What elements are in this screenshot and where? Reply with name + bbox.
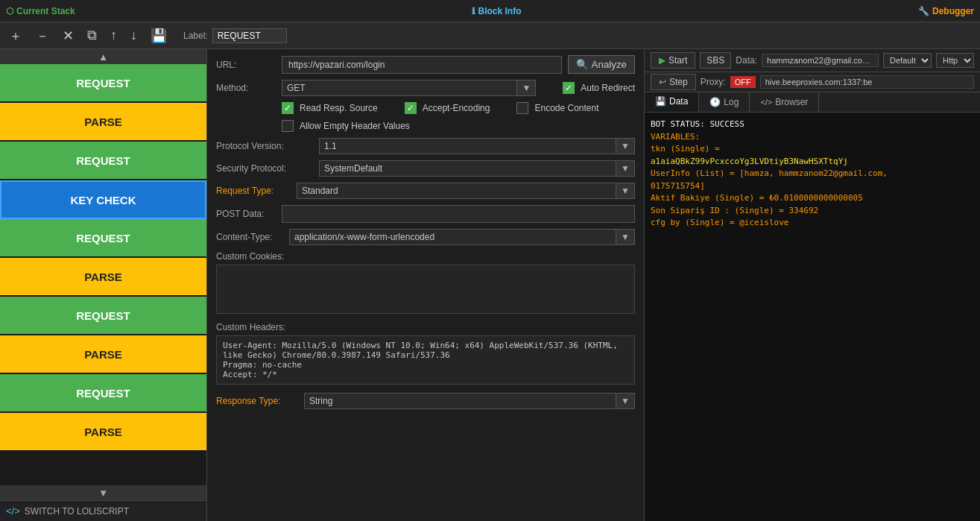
log-tab-icon: 🕐	[709, 97, 721, 107]
step-label: Step	[669, 77, 688, 87]
custom-cookies-textarea[interactable]	[216, 265, 635, 314]
sidebar-item-request-3[interactable]: REQUEST	[0, 219, 206, 258]
step-icon: ↩	[659, 77, 666, 87]
analyze-button[interactable]: 🔍 Analyze	[568, 55, 635, 74]
debugger-text: Debugger	[932, 6, 974, 16]
tab-log[interactable]: 🕐 Log	[699, 92, 750, 112]
post-data-input[interactable]	[282, 205, 635, 223]
method-select-wrapper: GET POST PUT DELETE ▼	[282, 80, 536, 96]
url-input[interactable]	[282, 56, 562, 74]
auto-redirect-checkbox[interactable]: ✓	[563, 82, 575, 94]
sbs-button[interactable]: SBS	[700, 52, 731, 69]
content-type-select-wrapper: application/x-www-form-urlencoded applic…	[289, 229, 635, 245]
accept-encoding-label: Accept-Encoding	[423, 103, 490, 113]
response-type-select[interactable]: String JSON	[304, 393, 616, 409]
debugger-label: 🔧 Debugger	[918, 6, 974, 16]
sidebar-item-parse-1[interactable]: PARSE	[0, 103, 206, 142]
top-bar: ⬡ Current Stack ℹ Block Info 🔧 Debugger	[0, 0, 980, 22]
read-resp-checkbox[interactable]: ✓	[282, 102, 294, 114]
switch-to-loliscript[interactable]: </> SWITCH TO LOLISCRIPT	[0, 500, 206, 521]
browser-tab-icon: </>	[760, 98, 772, 107]
proxy-value: hive.beeproxies.com:1337:be	[760, 75, 974, 89]
proxy-toggle-button[interactable]: OFF	[730, 76, 756, 88]
custom-cookies-label: Custom Cookies:	[216, 251, 635, 262]
label-input[interactable]	[212, 28, 287, 43]
protocol-version-row: Protocol Version: 1.1 2.0 ▼	[216, 138, 635, 154]
custom-headers-textarea[interactable]: User-Agent: Mozilla/5.0 (Windows NT 10.0…	[216, 335, 635, 385]
sidebar-item-request-5[interactable]: REQUEST	[0, 374, 206, 413]
custom-headers-section: Custom Headers: User-Agent: Mozilla/5.0 …	[216, 322, 635, 387]
sidebar-item-request-2[interactable]: REQUEST	[0, 142, 206, 180]
scroll-down-btn[interactable]: ▼	[0, 485, 206, 500]
remove-button[interactable]: －	[33, 25, 52, 46]
debugger-icon: 🔧	[918, 6, 929, 16]
sidebar-item-parse-3[interactable]: PARSE	[0, 335, 206, 374]
method-row: Method: GET POST PUT DELETE ▼ ✓ Auto Red…	[216, 80, 635, 96]
request-type-select[interactable]: Standard Basic	[297, 183, 616, 199]
add-button[interactable]: ＋	[6, 25, 25, 46]
loliscript-icon: </>	[6, 505, 20, 517]
http-select[interactable]: Http	[936, 53, 974, 68]
sidebar: ▲ REQUEST PARSE REQUEST KEY CHECK REQUES…	[0, 49, 207, 521]
label-group: Label:	[183, 28, 287, 43]
start-button[interactable]: ▶ Start	[651, 52, 695, 69]
post-data-label: POST Data:	[216, 209, 276, 219]
sidebar-item-request-1[interactable]: REQUEST	[0, 64, 206, 103]
main-layout: ▲ REQUEST PARSE REQUEST KEY CHECK REQUES…	[0, 49, 980, 521]
data-tab-icon: 💾	[655, 96, 666, 107]
sbs-label: SBS	[706, 55, 724, 66]
post-data-row: POST Data:	[216, 205, 635, 223]
accept-encoding-checkbox[interactable]: ✓	[405, 102, 417, 114]
brand-icon: ⬡	[6, 6, 13, 16]
custom-cookies-section: Custom Cookies:	[216, 251, 635, 316]
checkboxes-row-1: ✓ Read Resp. Source ✓ Accept-Encoding En…	[216, 102, 635, 114]
request-type-row: Request Type: Standard Basic ▼	[216, 183, 635, 199]
tab-data[interactable]: 💾 Data	[645, 92, 699, 112]
allow-empty-checkbox[interactable]	[282, 120, 294, 132]
sidebar-item-request-4[interactable]: REQUEST	[0, 297, 206, 335]
log-line-3: a1aiaQBkZ99vPcxccoYg3LVDtiyB3NawHSXTtqYj	[651, 156, 974, 168]
center-panel: URL: 🔍 Analyze Method: GET POST PUT DELE…	[207, 49, 645, 521]
tab-browser[interactable]: </> Browser	[750, 92, 819, 112]
response-type-select-wrapper: String JSON ▼	[304, 393, 635, 409]
log-line-1: VARIABLES:	[651, 131, 974, 144]
scroll-up-btn[interactable]: ▲	[0, 49, 206, 64]
analyze-icon: 🔍	[576, 59, 589, 70]
sidebar-item-parse-4[interactable]: PARSE	[0, 413, 206, 452]
brand-label: Current Stack	[16, 6, 75, 16]
response-type-row: Response Type: String JSON ▼	[216, 393, 635, 409]
copy-button[interactable]: ⧉	[84, 26, 100, 45]
request-type-select-wrapper: Standard Basic ▼	[297, 183, 635, 199]
step-proxy-row: ↩ Step Proxy: OFF hive.beeproxies.com:13…	[645, 72, 980, 92]
browser-tab-label: Browser	[775, 97, 808, 107]
protocol-version-select[interactable]: 1.1 2.0	[319, 138, 616, 154]
default-select[interactable]: Default	[883, 53, 932, 68]
encode-content-label: Encode Content	[534, 103, 598, 113]
block-info: ℹ Block Info	[81, 6, 912, 16]
up-button[interactable]: ↑	[107, 26, 120, 45]
toolbar: ＋ － ✕ ⧉ ↑ ↓ 💾 Label:	[0, 22, 980, 49]
log-tab-label: Log	[724, 97, 739, 107]
encode-content-checkbox[interactable]	[516, 102, 528, 114]
method-select[interactable]: GET POST PUT DELETE	[282, 80, 517, 96]
save-button[interactable]: 💾	[148, 26, 170, 45]
sidebar-item-key-check[interactable]: KEY CHECK	[0, 180, 206, 219]
protocol-dropdown-arrow: ▼	[616, 138, 635, 154]
log-line-8: cfg by (Single) = @iceislove	[651, 217, 974, 230]
method-dropdown-arrow: ▼	[517, 80, 536, 96]
block-info-label: Block Info	[478, 6, 522, 16]
security-protocol-row: Security Protocol: SystemDefault TLS SSL…	[216, 160, 635, 177]
sidebar-item-parse-2[interactable]: PARSE	[0, 258, 206, 297]
content-type-row: Content-Type: application/x-www-form-url…	[216, 229, 635, 245]
step-button[interactable]: ↩ Step	[651, 74, 696, 90]
debugger-top-row: ▶ Start SBS Data: hammzanom22@gmail.com:…	[645, 49, 980, 72]
security-protocol-select[interactable]: SystemDefault TLS SSL	[319, 160, 616, 177]
data-label: Data:	[736, 55, 757, 66]
content-type-arrow: ▼	[616, 229, 635, 245]
security-protocol-select-wrapper: SystemDefault TLS SSL ▼	[319, 160, 635, 177]
content-type-select[interactable]: application/x-www-form-urlencoded applic…	[289, 229, 616, 245]
down-button[interactable]: ↓	[127, 26, 140, 45]
close-button[interactable]: ✕	[60, 26, 77, 45]
analyze-label: Analyze	[592, 59, 627, 70]
right-panel: ▶ Start SBS Data: hammzanom22@gmail.com:…	[645, 49, 980, 521]
